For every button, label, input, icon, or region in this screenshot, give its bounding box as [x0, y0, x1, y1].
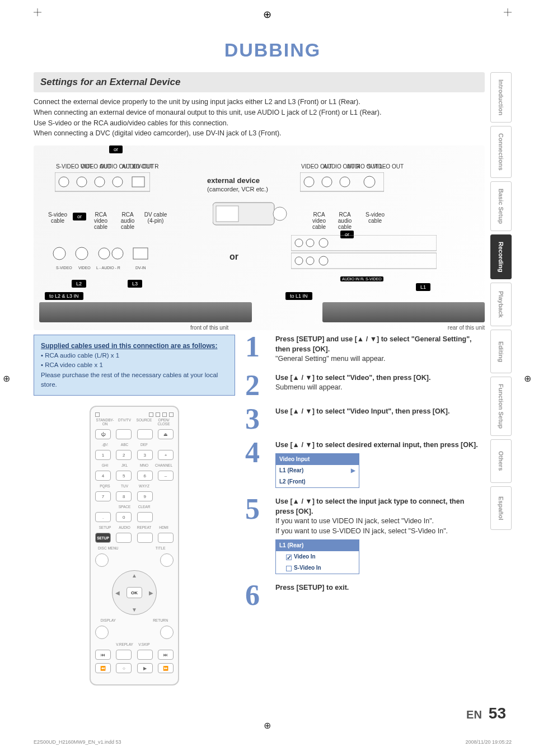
- remote-label: AUDIO: [115, 525, 134, 529]
- title-button: [160, 553, 174, 567]
- svg-point-29: [306, 257, 314, 265]
- l2-badge: L2: [72, 280, 86, 288]
- rec-button: ○: [116, 663, 132, 673]
- step-head: Press [SETUP] and use [▲ / ▼] to select …: [275, 335, 472, 353]
- remote-label: STANDBY-ON: [95, 418, 115, 426]
- osd-row: L2 (Front): [279, 478, 306, 486]
- or-pill: or: [73, 213, 86, 220]
- dtv-button: [116, 429, 132, 439]
- blue-box-line: • RCA video cable x 1: [41, 360, 228, 370]
- osd-row: L1 (Rear): [279, 467, 303, 475]
- checkbox-checked-icon: [286, 555, 292, 560]
- svg-point-9: [340, 177, 350, 187]
- step-number: 6: [245, 583, 270, 608]
- step-head: Use [▲ / ▼] to select "Video Input", the…: [275, 407, 449, 415]
- blue-box-line: Please purchase the rest of the necessar…: [41, 370, 228, 390]
- crop-tl-icon: [34, 8, 41, 16]
- svg-rect-18: [133, 248, 148, 259]
- tab-introduction[interactable]: Introduction: [490, 72, 512, 123]
- num-7-button: 7: [95, 491, 111, 501]
- crop-tr-icon: [504, 8, 512, 16]
- step-head: Use [▲ / ▼] to select the input jack typ…: [275, 497, 464, 515]
- lang-code: EN: [466, 708, 482, 721]
- tab-espanol[interactable]: Español: [490, 486, 512, 530]
- svg-point-25: [295, 239, 303, 247]
- tab-connections[interactable]: Connections: [490, 126, 512, 178]
- audio-button: [116, 533, 132, 543]
- remote-label: REPEAT: [134, 525, 154, 529]
- svg-point-26: [306, 239, 314, 247]
- crop-right-icon: ⊕: [524, 373, 531, 383]
- intro-line: Use S-video or the RCA audio/video cable…: [34, 118, 485, 129]
- num-9-button: 9: [137, 491, 153, 501]
- remote-label: [95, 505, 115, 509]
- num-8-button: 8: [116, 491, 132, 501]
- down-arrow-icon: ▼: [132, 607, 137, 613]
- num-0-button: 0: [116, 512, 132, 522]
- step-head: Use [▲ / ▼] to select desired external i…: [275, 441, 478, 449]
- remote-label: SPACE: [115, 505, 134, 509]
- osd-l1-rear: L1 (Rear) Video In S-Video In: [275, 539, 359, 574]
- checkbox-icon: [286, 566, 292, 571]
- l1-badge: L1: [416, 283, 430, 291]
- rear-group-label: S-VIDEO: [364, 276, 383, 281]
- crop-center-icon: ⊕: [263, 8, 271, 21]
- svg-point-30: [319, 256, 328, 265]
- step-number: 4: [245, 440, 270, 465]
- page-number: 53: [489, 705, 506, 722]
- tab-playback[interactable]: Playback: [490, 283, 512, 326]
- left-arrow-icon: ◀: [115, 590, 120, 596]
- step-number: 5: [245, 497, 270, 522]
- print-footer: E2S00UD_H2160MW9_EN_v1.indd 53 2008/11/2…: [34, 739, 512, 745]
- svg-rect-5: [132, 177, 144, 187]
- num-2-button: 2: [116, 450, 132, 460]
- osd-heading: Video Input: [276, 454, 359, 465]
- step-head: Use [▲ / ▼] to select "Video", then pres…: [275, 374, 430, 382]
- front-caption: front of this unit: [190, 325, 228, 331]
- svg-text:VIDEO: VIDEO: [78, 266, 91, 270]
- setup-button: SETUP: [95, 533, 111, 543]
- prev-button: ⏮: [95, 650, 111, 660]
- osd-row: Video In: [294, 553, 316, 560]
- tab-function-setup[interactable]: Function Setup: [490, 377, 512, 436]
- play-triangle-icon: ▶: [351, 467, 355, 475]
- tab-others[interactable]: Others: [490, 439, 512, 483]
- vskip-button: [137, 650, 153, 660]
- tab-basic-setup[interactable]: Basic Setup: [490, 181, 512, 231]
- step-body-text: Submenu will appear.: [275, 383, 343, 391]
- step-body-text: If you want to use VIDEO IN jack, select…: [275, 517, 434, 525]
- remote-label: [154, 505, 174, 509]
- tab-recording[interactable]: Recording: [490, 234, 512, 279]
- step-head: Press [SETUP] to exit.: [275, 584, 349, 591]
- svg-text:S-VIDEO: S-VIDEO: [56, 266, 72, 270]
- ch-minus-button: –: [158, 471, 174, 481]
- svg-point-2: [77, 177, 87, 187]
- osd-video-input: Video Input L1 (Rear)▶ L2 (Front): [275, 453, 359, 488]
- next-button: ⏭: [158, 650, 174, 660]
- svg-point-3: [95, 177, 105, 187]
- external-device-label: external device (camcorder, VCR etc.): [207, 176, 268, 193]
- remote-label: ABC: [115, 443, 134, 447]
- ext-dev-subtext: (camcorder, VCR etc.): [207, 186, 268, 192]
- blue-box-line: • RCA audio cable (L/R) x 1: [41, 351, 228, 360]
- svg-point-28: [295, 257, 303, 265]
- step-5: 5 Use [▲ / ▼] to select the input jack t…: [245, 497, 485, 574]
- svg-point-10: [364, 176, 375, 187]
- l3-badge: L3: [128, 280, 142, 288]
- num-1-button: 1: [95, 450, 111, 460]
- svg-point-7: [304, 177, 314, 187]
- cable-label: RCA video cable: [308, 212, 330, 230]
- supplied-cables-box: Supplied cables used in this connection …: [34, 335, 235, 396]
- step-number: 2: [245, 373, 270, 398]
- indd-filename: E2S00UD_H2160MW9_EN_v1.indd 53: [34, 739, 121, 745]
- remote-label: .@/:: [95, 443, 115, 447]
- repeat-button: [137, 533, 153, 543]
- hdmi-button: [158, 533, 174, 543]
- remote-label: DTV/TV: [115, 418, 134, 426]
- num-3-button: 3: [137, 450, 153, 460]
- cable-label: S-video cable: [363, 212, 387, 224]
- tab-editing[interactable]: Editing: [490, 330, 512, 373]
- step-1: 1 Press [SETUP] and use [▲ / ▼] to selec…: [245, 335, 485, 364]
- intro-line: When connecting a DVC (digital video cam…: [34, 128, 485, 139]
- section-heading: Settings for an External Device: [34, 72, 485, 92]
